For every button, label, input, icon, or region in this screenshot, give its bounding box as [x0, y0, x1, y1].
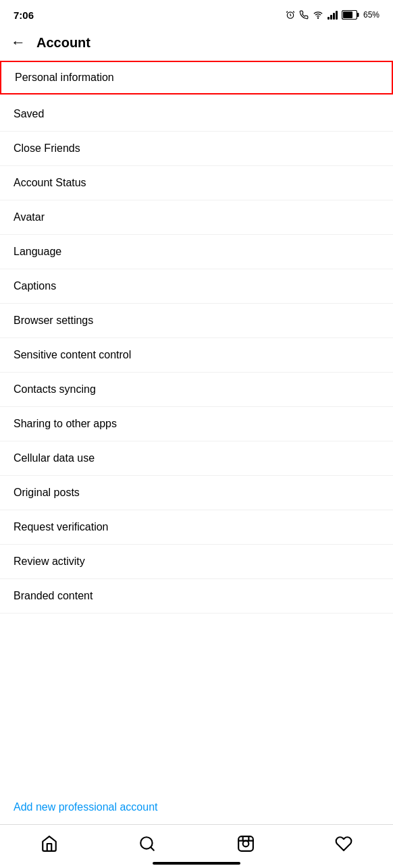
menu-item-contacts-syncing[interactable]: Contacts syncing	[0, 373, 393, 407]
menu-item-label-personal-information: Personal information	[15, 72, 114, 84]
call-icon	[299, 10, 309, 20]
menu-item-label-review-activity: Review activity	[14, 555, 85, 568]
status-time: 7:06	[14, 9, 34, 21]
menu-item-personal-information[interactable]: Personal information	[0, 61, 393, 94]
menu-item-label-request-verification: Request verification	[14, 521, 109, 533]
bottom-navigation	[0, 824, 393, 868]
battery-percentage: 65%	[363, 10, 379, 20]
svg-rect-7	[238, 836, 253, 851]
back-button[interactable]: ←	[11, 34, 26, 51]
svg-point-8	[242, 841, 248, 847]
menu-item-browser-settings[interactable]: Browser settings	[0, 304, 393, 338]
menu-item-language[interactable]: Language	[0, 235, 393, 269]
svg-point-1	[317, 18, 318, 18]
menu-item-label-sensitive-content-control: Sensitive content control	[14, 349, 131, 361]
add-professional-label: Add new professional account	[14, 801, 157, 813]
nav-heart[interactable]	[327, 832, 361, 856]
add-professional-account-link[interactable]: Add new professional account	[0, 790, 393, 824]
signal-bars-icon	[328, 10, 338, 20]
menu-item-label-browser-settings: Browser settings	[14, 315, 93, 327]
menu-item-account-status[interactable]: Account Status	[0, 166, 393, 200]
menu-item-label-account-status: Account Status	[14, 177, 86, 189]
menu-item-label-sharing-to-other-apps: Sharing to other apps	[14, 418, 117, 430]
wifi-icon	[313, 10, 323, 20]
page-header: ← Account	[0, 27, 393, 58]
svg-rect-3	[357, 13, 359, 17]
status-icons: 65%	[286, 10, 379, 20]
home-indicator	[153, 862, 240, 865]
battery-icon	[342, 10, 359, 20]
status-bar: 7:06 65%	[0, 0, 393, 27]
menu-item-label-captions: Captions	[14, 280, 56, 292]
menu-item-request-verification[interactable]: Request verification	[0, 510, 393, 545]
menu-item-label-saved: Saved	[14, 108, 44, 120]
menu-list: Personal informationSavedClose FriendsAc…	[0, 58, 393, 790]
menu-item-branded-content[interactable]: Branded content	[0, 579, 393, 614]
nav-reels[interactable]	[229, 832, 263, 856]
menu-item-sensitive-content-control[interactable]: Sensitive content control	[0, 338, 393, 373]
menu-item-close-friends[interactable]: Close Friends	[0, 132, 393, 166]
svg-line-6	[151, 847, 154, 850]
menu-item-label-contacts-syncing: Contacts syncing	[14, 383, 96, 396]
menu-item-saved[interactable]: Saved	[0, 97, 393, 132]
nav-home[interactable]	[32, 832, 66, 856]
page-title: Account	[36, 35, 90, 51]
menu-item-label-language: Language	[14, 246, 61, 258]
menu-item-label-avatar: Avatar	[14, 211, 45, 223]
menu-item-original-posts[interactable]: Original posts	[0, 476, 393, 510]
menu-item-cellular-data-use[interactable]: Cellular data use	[0, 441, 393, 476]
menu-item-review-activity[interactable]: Review activity	[0, 545, 393, 579]
menu-item-label-branded-content: Branded content	[14, 590, 93, 602]
alarm-icon	[286, 10, 295, 20]
menu-item-avatar[interactable]: Avatar	[0, 200, 393, 235]
search-icon	[138, 835, 156, 852]
menu-item-sharing-to-other-apps[interactable]: Sharing to other apps	[0, 407, 393, 441]
reels-icon	[237, 835, 255, 852]
menu-item-label-cellular-data-use: Cellular data use	[14, 452, 95, 464]
home-icon	[41, 835, 58, 852]
menu-item-label-original-posts: Original posts	[14, 487, 80, 499]
heart-icon	[335, 835, 352, 852]
nav-search[interactable]	[130, 832, 164, 856]
menu-item-label-close-friends: Close Friends	[14, 142, 80, 155]
menu-item-captions[interactable]: Captions	[0, 269, 393, 304]
svg-rect-4	[343, 11, 352, 18]
